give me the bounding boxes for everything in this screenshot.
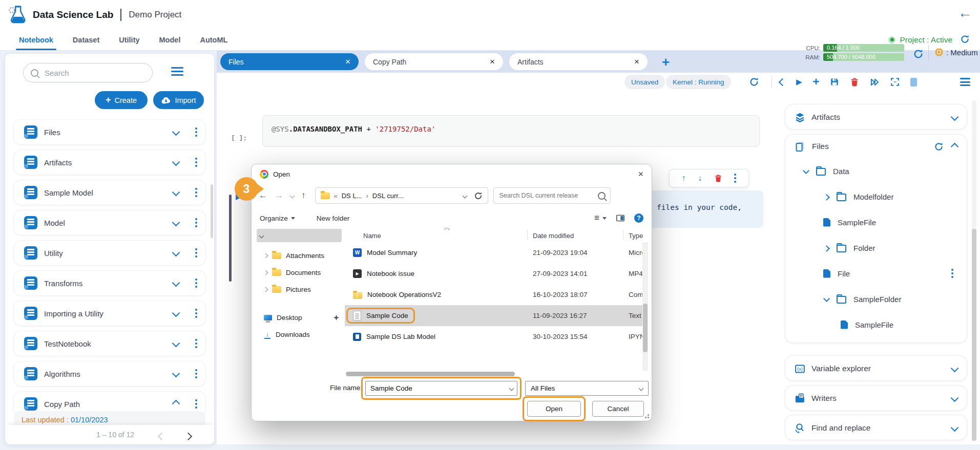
breadcrumb-segment[interactable]: DS L... — [342, 192, 362, 200]
new-tab-button[interactable]: + — [662, 55, 670, 69]
expand-chevron-icon[interactable] — [173, 399, 179, 409]
save-icon[interactable] — [830, 77, 839, 87]
collapse-left-icon[interactable] — [779, 78, 787, 86]
resize-grip[interactable] — [645, 414, 649, 418]
nav-selected-item[interactable] — [257, 229, 342, 242]
file-row[interactable]: Model Summary 21-09-2023 19:04 Micro — [345, 242, 648, 263]
item-menu-icon[interactable] — [195, 278, 197, 288]
move-cell-down-icon[interactable]: ↓ — [698, 174, 702, 183]
column-date-modified[interactable]: Date modified — [533, 232, 574, 240]
tree-expander-icon[interactable] — [823, 296, 829, 302]
item-menu-icon[interactable] — [195, 248, 197, 258]
kernel-refresh-icon[interactable] — [749, 77, 759, 87]
cell-menu-icon[interactable] — [734, 174, 736, 183]
writers-section[interactable]: Writers — [785, 385, 967, 411]
sidebar-search[interactable] — [23, 63, 153, 82]
expand-chevron-icon[interactable] — [173, 369, 179, 378]
search-input[interactable] — [44, 68, 133, 78]
dialog-refresh-icon[interactable] — [474, 191, 483, 200]
sidebar-item[interactable]: Model — [13, 210, 206, 235]
sidebar-item[interactable]: TestNotebook — [13, 331, 206, 356]
horizontal-scrollbar[interactable] — [346, 372, 515, 376]
dialog-search-input[interactable] — [498, 191, 598, 200]
interrupt-kernel-icon[interactable] — [910, 78, 917, 87]
delete-cell-icon[interactable] — [714, 174, 722, 182]
expand-chevron-icon[interactable] — [173, 218, 179, 227]
nav-downloads-item[interactable]: ↓ Downloads — [256, 326, 344, 343]
back-arrow-icon[interactable]: ← — [958, 6, 972, 20]
tree-item[interactable]: SampleFile — [785, 209, 967, 235]
nav-desktop-item[interactable]: Desktop — [256, 309, 344, 326]
item-menu-icon[interactable] — [195, 127, 197, 137]
delete-cell-icon[interactable] — [850, 77, 859, 87]
expand-chevron-icon[interactable] — [173, 248, 179, 258]
sidebar-menu-icon[interactable] — [171, 67, 183, 76]
file-name-input[interactable] — [365, 381, 517, 396]
view-mode-button[interactable]: ≡ — [594, 213, 607, 223]
resources-refresh-icon[interactable] — [913, 49, 924, 59]
sidebar-item[interactable]: Files — [13, 119, 206, 145]
expand-chevron-icon[interactable] — [263, 270, 268, 275]
editor-tab[interactable]: Artifacts × — [509, 53, 648, 70]
sidebar-item[interactable]: Algorithms — [13, 361, 206, 387]
expand-chevron-icon[interactable] — [173, 127, 179, 137]
next-page-button[interactable] — [185, 432, 191, 441]
breadcrumb-box[interactable]: « DS L... › DSL curr... — [315, 187, 488, 204]
file-row[interactable]: Sample DS Lab Model 30-10-2023 15:54 IPY… — [345, 326, 648, 347]
move-cell-up-icon[interactable]: ↑ — [682, 174, 686, 183]
file-type-select[interactable]: All Files — [525, 381, 649, 396]
dialog-close-icon[interactable]: × — [638, 169, 643, 180]
expand-chevron-icon[interactable] — [173, 188, 179, 197]
vertical-scrollbar[interactable] — [642, 242, 648, 371]
close-tab-icon[interactable]: × — [490, 57, 495, 67]
expand-chevron-icon[interactable] — [173, 309, 179, 318]
chevron-down-icon[interactable] — [952, 113, 957, 122]
sidebar-item[interactable]: Sample Model — [13, 180, 206, 205]
artifacts-section[interactable]: Artifacts — [785, 104, 967, 130]
breadcrumb-segment[interactable]: DSL curr... — [372, 192, 404, 200]
column-type[interactable]: Type — [629, 232, 643, 240]
expand-chevron-icon[interactable] — [263, 253, 268, 259]
tree-item[interactable]: SampleFile — [785, 312, 967, 337]
breadcrumb-ellipsis[interactable]: « — [334, 192, 338, 200]
tree-item[interactable]: Modelfolder — [785, 184, 967, 209]
item-menu-icon[interactable] — [195, 339, 197, 349]
item-menu-icon[interactable] — [195, 369, 197, 379]
tree-expander-icon[interactable] — [823, 194, 829, 200]
editor-tab[interactable]: Copy Path × — [365, 53, 503, 70]
help-icon[interactable] — [634, 213, 643, 223]
nav-tab[interactable]: Utility — [119, 29, 139, 50]
expand-chevron-icon[interactable] — [173, 158, 179, 167]
breadcrumb-dropdown-icon[interactable] — [462, 193, 467, 198]
create-button[interactable]: +Create — [95, 91, 148, 109]
editor-menu-icon[interactable] — [960, 73, 970, 91]
nav-tab[interactable]: AutoML — [200, 29, 227, 50]
expand-chevron-icon[interactable] — [263, 287, 268, 292]
prev-page-button[interactable] — [159, 432, 164, 441]
cancel-button[interactable]: Cancel — [592, 401, 644, 417]
sidebar-item[interactable]: Transforms — [13, 270, 206, 296]
nav-tab[interactable]: Model — [159, 29, 181, 50]
file-row[interactable]: Sample Code 11-09-2023 16:27 Text — [345, 305, 648, 326]
nav-up-icon[interactable]: ↑ — [301, 190, 306, 201]
expand-chevron-icon[interactable] — [173, 339, 179, 348]
run-all-icon[interactable] — [870, 77, 880, 87]
tree-item[interactable]: SampleFolder — [785, 286, 967, 312]
expand-chevron-icon[interactable] — [173, 278, 179, 288]
right-panel-scrollbar[interactable] — [972, 100, 976, 440]
run-cell-icon[interactable]: ▶ — [796, 77, 802, 87]
find-replace-section[interactable]: Find and replace — [785, 415, 967, 440]
preview-pane-icon[interactable] — [616, 213, 625, 223]
close-tab-icon[interactable]: × — [634, 57, 639, 67]
chevron-down-icon[interactable] — [952, 364, 957, 373]
chevron-down-icon[interactable] — [952, 394, 957, 403]
sidebar-item[interactable]: Importing a Utility — [13, 301, 206, 326]
editor-tab[interactable]: Files × — [220, 53, 359, 70]
tree-expander-icon[interactable] — [803, 168, 809, 174]
nav-tab[interactable]: Notebook — [19, 29, 53, 50]
organize-button[interactable]: Organize — [260, 215, 295, 222]
item-menu-icon[interactable] — [195, 188, 197, 198]
item-menu-icon[interactable] — [195, 399, 197, 409]
fullscreen-icon[interactable] — [890, 77, 900, 87]
nav-tab[interactable]: Dataset — [73, 29, 99, 50]
